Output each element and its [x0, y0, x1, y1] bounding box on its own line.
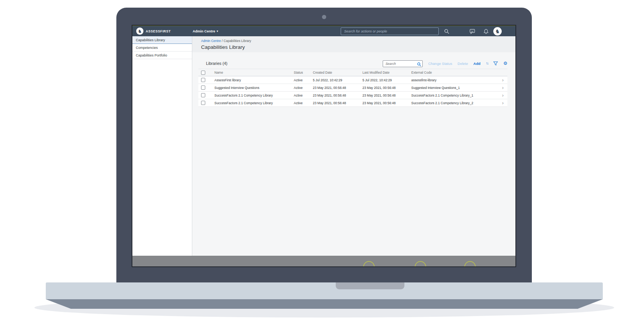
admin-centre-menu[interactable]: Admin Centre ▾	[193, 26, 218, 37]
laptop-base-bottom	[46, 299, 603, 309]
chevron-right-icon[interactable]: ›	[498, 85, 507, 90]
cell-name: SuccessFactors 2.1 Competency Library	[214, 94, 294, 97]
cell-modified: 5 Jul 2022, 10:42:29	[362, 78, 411, 82]
laptop-hinge-notch	[336, 282, 404, 289]
sidebar-item-capabilities-portfolio[interactable]: Capabilities Portfolio	[132, 52, 192, 59]
select-all-checkbox[interactable]	[201, 71, 205, 75]
decor-circle-icon	[363, 261, 375, 266]
breadcrumb: Admin Centre / Capabilities Library	[201, 39, 515, 43]
cell-external-code: SuccessFactors 2.1 Competency Library_1	[411, 94, 498, 97]
sidebar: Capabilities Library Competencies Capabi…	[132, 36, 192, 256]
admin-centre-label: Admin Centre	[193, 29, 215, 33]
sidebar-item-label: Capabilities Portfolio	[136, 53, 167, 57]
cell-modified: 23 May 2021, 00:56:48	[362, 86, 411, 90]
cell-created: 23 May 2021, 00:56:48	[313, 86, 362, 90]
column-header-external-code[interactable]: External Code	[411, 71, 498, 74]
delete-button[interactable]: Delete	[457, 61, 468, 66]
table-header-row: Name Status Created Date Last Modified D…	[198, 69, 507, 76]
screen-footer-bar	[132, 256, 515, 266]
sidebar-item-label: Competencies	[136, 46, 158, 50]
breadcrumb-admin-centre-link[interactable]: Admin Centre	[201, 39, 221, 43]
cell-created: 23 May 2021, 00:56:48	[313, 101, 362, 105]
content-area: Libraries (4) Change Status Delete	[192, 52, 515, 256]
webcam-dot	[322, 15, 326, 19]
app-header: ♞ ASSESSFIRST Admin Centre ▾	[132, 26, 515, 36]
table-toolbar: Libraries (4) Change Status Delete	[198, 58, 507, 69]
sidebar-item-capabilities-library[interactable]: Capabilities Library	[132, 36, 192, 44]
breadcrumb-current: / Capabilities Library	[221, 39, 251, 43]
column-header-modified[interactable]: Last Modified Date	[362, 71, 411, 74]
cell-status: Active	[294, 94, 313, 97]
add-button[interactable]: Add	[473, 61, 480, 66]
sidebar-item-label: Capabilities Library	[136, 38, 165, 42]
column-header-status[interactable]: Status	[294, 71, 313, 74]
page-header: Admin Centre / Capabilities Library Capa…	[192, 36, 515, 52]
chevron-right-icon[interactable]: ›	[498, 78, 507, 82]
row-checkbox[interactable]	[201, 93, 205, 97]
cell-status: Active	[294, 101, 313, 105]
change-status-button[interactable]: Change Status	[428, 61, 452, 66]
cell-created: 5 Jul 2022, 10:42:29	[313, 78, 362, 82]
table-row[interactable]: AssessFirst library Active 5 Jul 2022, 1…	[198, 76, 507, 84]
cell-name: Suggested Interview Questions	[214, 86, 294, 90]
row-checkbox[interactable]	[201, 78, 205, 82]
cell-status: Active	[294, 86, 313, 90]
cell-created: 23 May 2021, 00:56:48	[313, 94, 362, 97]
decor-circle-icon	[464, 261, 476, 266]
column-header-name[interactable]: Name	[214, 71, 294, 74]
list-title: Libraries (4)	[206, 61, 227, 66]
decor-circle-icon	[415, 261, 426, 266]
global-search-input[interactable]	[341, 27, 439, 35]
brand: ♞ ASSESSFIRST	[136, 27, 171, 35]
chevron-right-icon[interactable]: ›	[498, 101, 507, 105]
chevron-down-icon: ▾	[217, 30, 218, 33]
cell-external-code: Suggested Interview Questions_1	[411, 86, 498, 90]
cell-modified: 23 May 2021, 00:56:48	[362, 94, 411, 97]
sort-icon[interactable]: ↑↓	[486, 61, 488, 65]
column-header-created[interactable]: Created Date	[313, 71, 362, 74]
user-avatar[interactable]: ♞	[493, 27, 502, 35]
table-row[interactable]: Suggested Interview Questions Active 23 …	[198, 84, 507, 92]
assessfirst-logo-icon: ♞	[136, 27, 143, 35]
page-title: Capabilities Library	[201, 44, 515, 50]
row-checkbox[interactable]	[201, 101, 205, 105]
row-checkbox[interactable]	[201, 85, 205, 90]
notifications-bell-icon[interactable]	[483, 29, 489, 34]
toolbar-actions: Change Status Delete Add ↑↓ ⚙	[383, 60, 507, 67]
chevron-right-icon[interactable]: ›	[498, 93, 507, 98]
app-screen: ♞ ASSESSFIRST Admin Centre ▾	[132, 25, 516, 267]
search-icon[interactable]	[444, 29, 450, 34]
cell-name: AssessFirst library	[214, 78, 294, 82]
brand-name: ASSESSFIRST	[146, 29, 171, 33]
table-row[interactable]: SuccessFactors 2.1 Competency Library Ac…	[198, 92, 507, 99]
cell-status: Active	[294, 78, 313, 82]
chat-icon[interactable]	[469, 29, 475, 34]
laptop-screen-bezel: ♞ ASSESSFIRST Admin Centre ▾	[116, 8, 532, 282]
cell-modified: 23 May 2021, 00:56:48	[362, 101, 411, 105]
cell-external-code: assessfirst-library	[411, 78, 498, 82]
libraries-table-card: Libraries (4) Change Status Delete	[198, 58, 507, 107]
laptop-base	[46, 282, 603, 299]
sidebar-item-competencies[interactable]: Competencies	[132, 44, 192, 52]
table-search	[383, 60, 423, 67]
settings-gear-icon[interactable]: ⚙	[503, 61, 507, 66]
table-row[interactable]: SuccessFactors 2.1 Competency Library Ac…	[198, 99, 507, 107]
cell-name: SuccessFactors 2.1 Competency Library	[214, 101, 294, 105]
search-icon[interactable]	[417, 61, 421, 65]
filter-icon[interactable]	[493, 61, 498, 66]
cell-external-code: SuccessFactors 2.1 Competency Library_2	[411, 101, 498, 105]
